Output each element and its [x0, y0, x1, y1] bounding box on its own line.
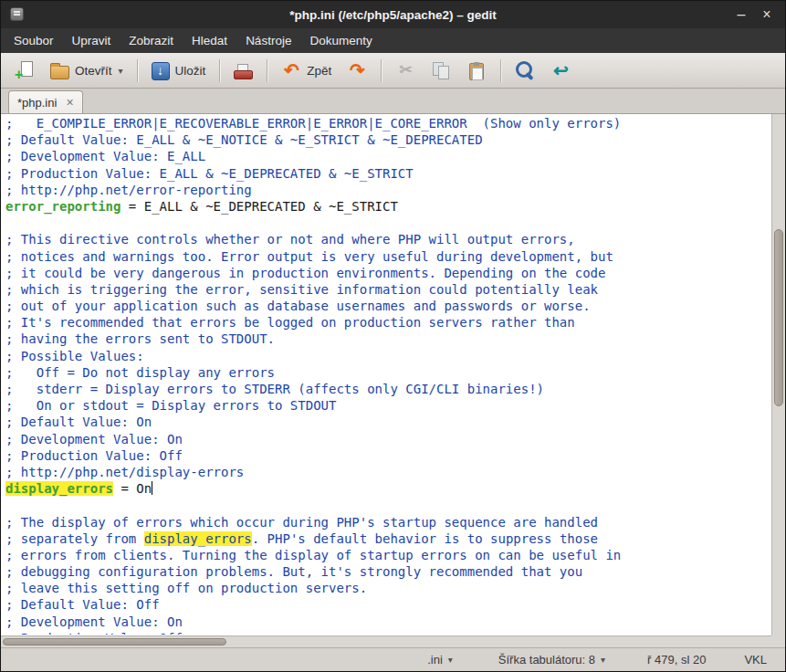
code-line[interactable]: ; having the errors sent to STDOUT.	[5, 331, 770, 347]
undo-button-label: Zpět	[307, 64, 331, 78]
menu-item-upravit[interactable]: Upravit	[63, 30, 121, 51]
paste-button[interactable]	[460, 58, 493, 84]
code-line[interactable]: ; This directive controls whether or not…	[5, 231, 770, 247]
code-line[interactable]: ; Default Value: E_ALL & ~E_NOTICE & ~E_…	[5, 131, 770, 148]
tab-php-ini[interactable]: *php.ini ×	[8, 90, 83, 113]
code-line[interactable]: ; debugging configuration problems. But,…	[5, 563, 770, 580]
toolbar-separator	[500, 59, 501, 82]
code-line[interactable]: ; separately from display_errors. PHP's …	[5, 530, 770, 547]
code-line[interactable]: ; The display of errors which occur duri…	[5, 514, 770, 530]
redo-icon: ↷	[347, 60, 367, 80]
toolbar-separator	[219, 59, 220, 82]
window-controls: – ×	[728, 1, 780, 28]
code-line[interactable]: ; errors from clients. Turning the displ…	[5, 547, 770, 563]
code-line[interactable]: ; Possible Values:	[5, 348, 770, 364]
code-segment: ; which is triggering the error, sensiti…	[5, 282, 598, 297]
search-button[interactable]	[508, 57, 541, 84]
horizontal-scrollbar-thumb[interactable]	[3, 638, 226, 646]
redo-button[interactable]: ↷	[341, 57, 373, 84]
menu-item-zobrazit[interactable]: Zobrazit	[120, 30, 183, 51]
code-segment: ; stderr = Display errors to STDERR (aff…	[5, 382, 544, 396]
find-replace-button[interactable]: ↩	[544, 57, 577, 84]
code-line[interactable]: ; out of your application such as databa…	[5, 298, 770, 314]
tab-close-icon[interactable]: ×	[66, 96, 73, 109]
save-button[interactable]: Uložit	[145, 58, 213, 84]
save-icon	[152, 62, 170, 80]
open-button[interactable]: Otevřít ▾	[44, 58, 130, 83]
print-button[interactable]	[227, 58, 259, 83]
code-segment: ; it could be very dangerous in producti…	[5, 266, 605, 280]
code-line[interactable]	[5, 497, 770, 513]
code-line[interactable]: ; http://php.net/error-reporting	[5, 182, 770, 198]
code-line[interactable]: ; Development Value: On	[5, 431, 770, 447]
paste-icon	[469, 63, 484, 80]
menu-item-nástroje[interactable]: Nástroje	[236, 30, 300, 51]
copy-icon	[431, 60, 451, 80]
code-segment: ; On or stdout = Display errors to STDOU…	[5, 398, 336, 413]
undo-button[interactable]: ↶ Zpět	[275, 57, 338, 84]
code-segment: ; leave this setting off on production s…	[5, 581, 367, 595]
code-line[interactable]: ; notices and warnings too. Error output…	[5, 248, 770, 265]
menu-item-dokumenty[interactable]: Dokumenty	[300, 30, 381, 51]
vertical-scrollbar-thumb[interactable]	[774, 229, 783, 406]
print-icon-body	[234, 70, 253, 79]
code-line[interactable]: ; Production Value: Off	[5, 447, 770, 464]
open-dropdown-arrow-icon[interactable]: ▾	[119, 66, 123, 76]
code-line[interactable]: display_errors = On	[5, 480, 770, 497]
code-line[interactable]: ; Default Value: On	[5, 414, 770, 430]
code-segment: ; having the errors sent to STDOUT.	[5, 331, 275, 346]
horizontal-scrollbar[interactable]	[1, 635, 771, 647]
code-line[interactable]: ; it could be very dangerous in producti…	[5, 265, 770, 281]
new-document-plus: +	[15, 68, 23, 81]
editor-content[interactable]: ; E_COMPILE_ERROR|E_RECOVERABLE_ERROR|E_…	[5, 115, 770, 635]
code-segment: ; Production Value: Off	[5, 448, 183, 463]
menu-item-soubor[interactable]: Soubor	[5, 30, 63, 51]
menu-item-hledat[interactable]: Hledat	[183, 30, 236, 51]
menubar: SouborUpravitZobrazitHledatNástrojeDokum…	[1, 28, 785, 53]
code-line[interactable]: ; Development Value: E_ALL	[5, 148, 770, 164]
code-segment: ; Default Value: On	[5, 415, 152, 429]
vertical-scrollbar[interactable]	[771, 114, 785, 635]
code-line[interactable]: ; On or stdout = Display errors to STDOU…	[5, 397, 770, 414]
filetype-dropdown-arrow-icon: ▾	[448, 655, 453, 665]
code-line[interactable]: ; It's recommended that errors be logged…	[5, 314, 770, 331]
code-segment: ; notices and warnings too. Error output…	[5, 249, 613, 264]
code-segment: ; http://php.net/error-reporting	[5, 183, 252, 197]
code-segment: = E_ALL & ~E_DEPRECATED & ~E_STRICT	[121, 199, 397, 214]
code-line[interactable]: ; Production Value: Off	[5, 630, 770, 635]
window-title: *php.ini (/etc/php5/apache2) – gedit	[1, 8, 785, 22]
cursor-position-label: ř 479, sl 20	[647, 653, 706, 667]
toolbar: + Otevřít ▾ Uložit ↶ Zpět ↷	[1, 53, 785, 89]
code-line[interactable]: ; leave this setting off on production s…	[5, 580, 770, 596]
code-line[interactable]: ; E_COMPILE_ERROR|E_RECOVERABLE_ERROR|E_…	[5, 115, 770, 131]
folder-icon	[50, 66, 69, 79]
code-segment: ; Development Value: E_ALL	[5, 149, 205, 163]
code-segment: . PHP's default behavior is to suppress …	[252, 531, 598, 546]
tab-width-selector[interactable]: Šířka tabulátoru: 8 ▾	[495, 651, 609, 668]
code-line[interactable]: ; Off = Do not display any errors	[5, 364, 770, 381]
code-line[interactable]: ; which is triggering the error, sensiti…	[5, 281, 770, 298]
code-segment: ; debugging configuration problems. But,…	[5, 564, 582, 579]
code-line[interactable]: ; Development Value: On	[5, 614, 770, 630]
scrollbar-corner	[771, 635, 785, 647]
new-document-icon: +	[15, 60, 35, 80]
code-segment: ; Possible Values:	[5, 349, 144, 363]
input-mode-label: VKL	[744, 653, 767, 667]
minimize-button[interactable]: –	[728, 1, 754, 28]
code-line[interactable]	[5, 215, 770, 231]
code-line[interactable]: error_reporting = E_ALL & ~E_DEPRECATED …	[5, 198, 770, 215]
code-segment: ; out of your application such as databa…	[5, 299, 591, 313]
cut-button: ✂	[389, 57, 422, 84]
code-segment: ; Development Value: On	[5, 432, 183, 446]
filetype-selector[interactable]: .ini ▾	[424, 651, 456, 668]
tab-width-label: Šířka tabulátoru: 8	[498, 653, 595, 667]
code-line[interactable]: ; Default Value: Off	[5, 596, 770, 613]
code-line[interactable]: ; Production Value: E_ALL & ~E_DEPRECATE…	[5, 165, 770, 182]
close-button[interactable]: ×	[754, 1, 780, 28]
code-line[interactable]: ; http://php.net/display-errors	[5, 464, 770, 480]
new-document-button[interactable]: +	[8, 57, 41, 84]
code-segment: ; separately from	[5, 531, 144, 546]
code-segment: ; It's recommended that errors be logged…	[5, 315, 575, 330]
code-line[interactable]: ; stderr = Display errors to STDERR (aff…	[5, 381, 770, 397]
filetype-label: .ini	[427, 653, 443, 667]
